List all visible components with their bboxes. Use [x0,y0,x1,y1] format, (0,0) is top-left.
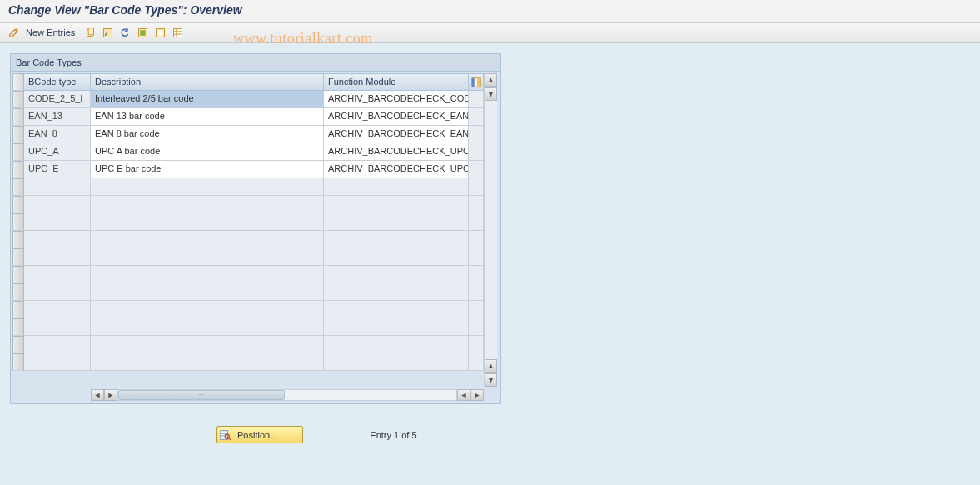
table-row [24,283,484,301]
cell-bcode-type[interactable]: UPC_E [24,161,91,178]
svg-rect-4 [140,30,146,36]
svg-rect-14 [221,430,228,439]
table-row[interactable]: EAN_8EAN 8 bar codeARCHIV_BARCODECHECK_E… [24,126,484,143]
row-selector-header[interactable] [12,73,24,91]
row-selector [12,196,24,213]
scroll-down-icon[interactable]: ▼ [485,373,497,387]
cell-bcode-type[interactable]: UPC_A [24,143,91,161]
cell-function-module [324,283,469,301]
cell-function-module [324,248,469,266]
cell-function-module[interactable]: ARCHIV_BARCODECHECK_EAN_13 [324,108,469,126]
row-selector [12,336,24,353]
cell-bcode-type [24,336,91,353]
column-header-bcode-type[interactable]: BCode type [24,73,91,91]
cell-bcode-type[interactable]: EAN_8 [24,126,91,143]
vertical-scrollbar[interactable]: ▲ ▼ ▲ ▼ [484,73,497,387]
deselect-all-icon[interactable] [152,25,167,40]
scroll-left-icon[interactable]: ◄ [457,389,470,401]
cell-bcode-type[interactable]: CODE_2_5_I [24,91,91,108]
row-selector [12,213,24,231]
cell-function-module [324,336,469,353]
position-icon [219,428,232,442]
cell-description [91,336,324,353]
row-gutter [469,266,484,283]
svg-rect-12 [471,78,474,87]
table-row [24,353,484,371]
cell-function-module [324,178,469,196]
row-gutter [469,178,484,196]
row-selector[interactable] [12,108,24,126]
row-selector[interactable] [12,126,24,143]
row-gutter [469,301,484,318]
row-gutter [469,161,484,178]
grid-header: BCode type Description Function Module [24,73,484,91]
cell-description [91,301,324,318]
table-row[interactable]: EAN_13EAN 13 bar codeARCHIV_BARCODECHECK… [24,108,484,126]
row-selector [12,266,24,283]
scroll-down-icon[interactable]: ▼ [485,88,497,101]
scroll-up-icon[interactable]: ▲ [485,359,497,372]
copy-icon[interactable] [82,25,97,40]
row-selector[interactable] [12,143,24,161]
table-row [24,248,484,266]
scroll-left-icon[interactable]: ◄ [91,389,104,401]
entry-count-text: Entry 1 of 5 [370,430,416,440]
select-all-icon[interactable] [135,25,150,40]
scroll-right-icon[interactable]: ► [470,389,484,401]
cell-function-module [324,353,469,371]
row-gutter [469,248,484,266]
column-header-function-module[interactable]: Function Module [324,73,469,91]
svg-rect-7 [173,28,182,37]
row-selector [12,248,24,266]
row-selector[interactable] [12,161,24,178]
cell-function-module[interactable]: ARCHIV_BARCODECHECK_EAN_8 [324,126,469,143]
row-selector [12,318,24,336]
configure-columns-button[interactable] [469,73,484,91]
cell-description[interactable]: EAN 8 bar code [91,126,324,143]
row-selector[interactable] [12,91,24,108]
delete-icon[interactable] [100,25,115,40]
column-header-description[interactable]: Description [91,73,324,91]
row-selector [12,301,24,318]
cell-description[interactable]: UPC A bar code [91,143,324,161]
cell-description [91,353,324,371]
cell-bcode-type[interactable]: EAN_13 [24,108,91,126]
cell-function-module[interactable]: ARCHIV_BARCODECHECK_UPC_A [324,143,469,161]
cell-function-module [324,301,469,318]
cell-description[interactable]: EAN 13 bar code [91,108,324,126]
scroll-up-icon[interactable]: ▲ [485,73,497,87]
new-entries-button[interactable]: New Entries [24,28,80,38]
hscroll-track[interactable]: ∙∙∙ [117,389,457,401]
edit-icon[interactable] [7,25,22,40]
cell-function-module [324,196,469,213]
row-selector [12,231,24,248]
barcode-types-panel: Bar Code Types BCode type Description Fu… [10,53,501,404]
table-row[interactable]: CODE_2_5_IInterleaved 2/5 bar codeARCHIV… [24,91,484,108]
row-gutter [469,91,484,108]
position-button-label: Position... [237,430,277,440]
cell-function-module [324,213,469,231]
table-row[interactable]: UPC_AUPC A bar codeARCHIV_BARCODECHECK_U… [24,143,484,161]
table-settings-icon[interactable] [170,25,185,40]
cell-function-module[interactable]: ARCHIV_BARCODECHECK_CODE_2_ [324,91,469,108]
cell-bcode-type [24,178,91,196]
cell-bcode-type [24,301,91,318]
hscroll-thumb[interactable]: ∙∙∙ [118,390,285,400]
scroll-right-icon[interactable]: ► [104,389,117,401]
row-gutter [469,283,484,301]
cell-function-module[interactable]: ARCHIV_BARCODECHECK_UPC_E [324,161,469,178]
cell-description [91,266,324,283]
row-selector [12,353,24,371]
svg-rect-6 [157,30,163,36]
page-title: Change View "Bar Code Types": Overview [0,0,980,22]
table-row [24,196,484,213]
cell-description [91,248,324,266]
cell-description[interactable]: UPC E bar code [91,161,324,178]
row-selector [12,178,24,196]
table-row[interactable]: UPC_EUPC E bar codeARCHIV_BARCODECHECK_U… [24,161,484,178]
position-button[interactable]: Position... [216,426,303,443]
undo-icon[interactable] [117,25,132,40]
cell-description[interactable]: Interleaved 2/5 bar code [91,91,324,108]
horizontal-scrollbar[interactable]: ◄ ► ∙∙∙ ◄ ► [11,388,500,403]
row-selector-column [12,73,24,387]
